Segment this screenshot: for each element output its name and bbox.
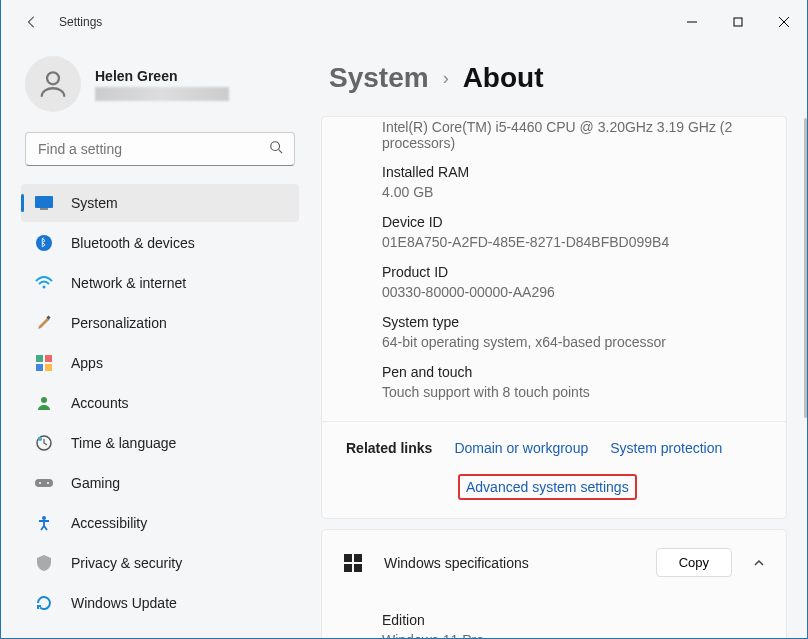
- sidebar-item-accounts[interactable]: Accounts: [21, 384, 299, 422]
- device-id-value: 01E8A750-A2FD-485E-8271-D84BFBD099B4: [382, 234, 762, 250]
- sidebar-item-update[interactable]: Windows Update: [21, 584, 299, 622]
- sidebar-item-label: Bluetooth & devices: [71, 235, 195, 251]
- ram-label: Installed RAM: [382, 164, 762, 180]
- product-id-value: 00330-80000-00000-AA296: [382, 284, 762, 300]
- windows-specs-title: Windows specifications: [384, 555, 636, 571]
- search-icon: [269, 140, 283, 158]
- brush-icon: [35, 314, 53, 332]
- person-icon: [35, 394, 53, 412]
- pen-value: Touch support with 8 touch points: [382, 384, 762, 400]
- apps-icon: [35, 354, 53, 372]
- svg-rect-15: [45, 364, 52, 371]
- sidebar-item-privacy[interactable]: Privacy & security: [21, 544, 299, 582]
- svg-point-10: [43, 286, 46, 289]
- search-input[interactable]: [25, 132, 295, 166]
- svg-rect-13: [45, 355, 52, 362]
- back-button[interactable]: [23, 13, 41, 31]
- shield-icon: [35, 554, 53, 572]
- scrollbar[interactable]: [804, 118, 807, 418]
- wifi-icon: [35, 274, 53, 292]
- system-type-label: System type: [382, 314, 762, 330]
- sidebar-item-label: Accessibility: [71, 515, 147, 531]
- windows-icon: [342, 552, 364, 574]
- sidebar-item-accessibility[interactable]: Accessibility: [21, 504, 299, 542]
- search-box[interactable]: [25, 132, 295, 166]
- sidebar-item-apps[interactable]: Apps: [21, 344, 299, 382]
- minimize-button[interactable]: [669, 6, 715, 38]
- link-advanced-system-settings[interactable]: Advanced system settings: [458, 474, 637, 500]
- sidebar-item-system[interactable]: System: [21, 184, 299, 222]
- svg-point-21: [47, 482, 49, 484]
- svg-rect-12: [36, 355, 43, 362]
- sidebar-item-personalization[interactable]: Personalization: [21, 304, 299, 342]
- sidebar-item-bluetooth[interactable]: Bluetooth & devices: [21, 224, 299, 262]
- user-email-redacted: [95, 87, 229, 101]
- close-button[interactable]: [761, 6, 807, 38]
- sidebar-item-label: Privacy & security: [71, 555, 182, 571]
- svg-rect-8: [40, 208, 48, 210]
- accessibility-icon: [35, 514, 53, 532]
- link-domain-workgroup[interactable]: Domain or workgroup: [454, 440, 588, 456]
- sidebar-item-label: Accounts: [71, 395, 129, 411]
- cpu-value: Intel(R) Core(TM) i5-4460 CPU @ 3.20GHz …: [382, 117, 762, 157]
- svg-rect-14: [36, 364, 43, 371]
- copy-button[interactable]: Copy: [656, 548, 732, 577]
- svg-point-20: [39, 482, 41, 484]
- gaming-icon: [35, 474, 53, 492]
- sidebar: Helen Green System Bluetooth & devices N…: [1, 44, 311, 638]
- svg-rect-1: [734, 18, 742, 26]
- windows-specs-header[interactable]: Windows specifications Copy: [322, 530, 786, 595]
- window-titlebar: Settings: [1, 0, 807, 44]
- related-links: Related links Domain or workgroup System…: [322, 421, 786, 518]
- svg-point-18: [38, 437, 42, 441]
- sidebar-item-gaming[interactable]: Gaming: [21, 464, 299, 502]
- svg-rect-23: [344, 554, 352, 562]
- product-id-label: Product ID: [382, 264, 762, 280]
- link-system-protection[interactable]: System protection: [610, 440, 722, 456]
- chevron-right-icon: ›: [443, 68, 449, 89]
- sidebar-item-label: Personalization: [71, 315, 167, 331]
- user-name: Helen Green: [95, 68, 229, 84]
- svg-rect-25: [344, 564, 352, 572]
- svg-point-9: [36, 235, 52, 251]
- svg-rect-7: [35, 196, 53, 208]
- svg-point-22: [42, 516, 46, 520]
- device-id-label: Device ID: [382, 214, 762, 230]
- sidebar-item-label: Time & language: [71, 435, 176, 451]
- svg-rect-19: [35, 479, 53, 487]
- profile-block[interactable]: Helen Green: [21, 44, 299, 132]
- system-type-value: 64-bit operating system, x64-based proce…: [382, 334, 762, 350]
- svg-rect-26: [354, 564, 362, 572]
- sidebar-item-label: System: [71, 195, 118, 211]
- related-label: Related links: [346, 440, 432, 456]
- clock-icon: [35, 434, 53, 452]
- device-specs-card: Intel(R) Core(TM) i5-4460 CPU @ 3.20GHz …: [321, 116, 787, 519]
- edition-value: Windows 11 Pro: [382, 632, 762, 638]
- sidebar-item-time[interactable]: Time & language: [21, 424, 299, 462]
- svg-line-6: [279, 150, 283, 154]
- nav-list: System Bluetooth & devices Network & int…: [21, 184, 299, 622]
- svg-point-4: [47, 72, 59, 84]
- chevron-up-icon: [752, 556, 766, 570]
- content-area: System › About Intel(R) Core(TM) i5-4460…: [311, 44, 807, 638]
- avatar: [25, 56, 81, 112]
- sidebar-item-network[interactable]: Network & internet: [21, 264, 299, 302]
- sidebar-item-label: Network & internet: [71, 275, 186, 291]
- update-icon: [35, 594, 53, 612]
- sidebar-item-label: Apps: [71, 355, 103, 371]
- breadcrumb-current: About: [463, 62, 544, 94]
- sidebar-item-label: Gaming: [71, 475, 120, 491]
- bluetooth-icon: [35, 234, 53, 252]
- pen-label: Pen and touch: [382, 364, 762, 380]
- svg-point-16: [41, 397, 47, 403]
- system-icon: [35, 194, 53, 212]
- windows-specs-card: Windows specifications Copy Edition Wind…: [321, 529, 787, 638]
- edition-label: Edition: [382, 612, 762, 628]
- breadcrumb: System › About: [321, 44, 787, 116]
- ram-value: 4.00 GB: [382, 184, 762, 200]
- svg-rect-24: [354, 554, 362, 562]
- maximize-button[interactable]: [715, 6, 761, 38]
- breadcrumb-parent[interactable]: System: [329, 62, 429, 94]
- svg-point-5: [271, 142, 280, 151]
- sidebar-item-label: Windows Update: [71, 595, 177, 611]
